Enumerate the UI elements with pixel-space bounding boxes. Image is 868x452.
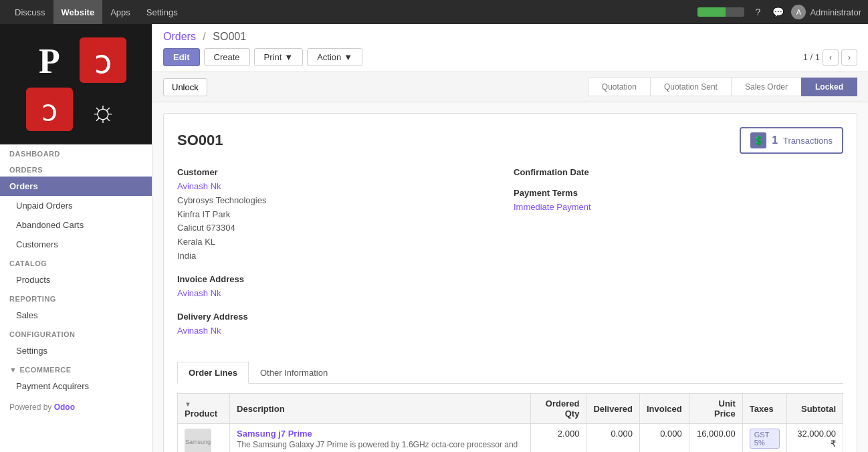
main-header: Orders / SO001 Edit Create Print ▼ Actio… bbox=[152, 24, 868, 72]
sidebar-item-unpaid-orders[interactable]: Unpaid Orders bbox=[0, 196, 152, 215]
section-reporting: Reporting bbox=[0, 290, 152, 306]
sidebar-item-orders[interactable]: Orders bbox=[0, 177, 152, 196]
breadcrumb-sep: / bbox=[203, 31, 205, 42]
delivered-cell: 0.000 bbox=[586, 424, 640, 452]
status-steps: Quotation Quotation Sent Sales Order Loc… bbox=[588, 78, 857, 96]
admin-label: Administrator bbox=[810, 7, 861, 17]
transactions-button[interactable]: 💲 1 Transactions bbox=[740, 127, 843, 154]
step-locked[interactable]: Locked bbox=[801, 78, 857, 96]
subtotal-cell: 32,000.00 ₹ bbox=[786, 424, 843, 452]
transactions-count: 1 bbox=[772, 134, 778, 146]
product-cell: Samsung bbox=[178, 424, 230, 452]
tab-other-information[interactable]: Other Information bbox=[249, 362, 339, 384]
customer-field: Customer Avinash Nk Cybrosys Technologie… bbox=[177, 167, 507, 263]
main-content: Orders / SO001 Edit Create Print ▼ Actio… bbox=[152, 24, 868, 452]
table-header: ▼ Product Description Ordered Qty Delive… bbox=[178, 394, 843, 424]
delivery-address-label: Delivery Address bbox=[177, 312, 507, 322]
print-dropdown-icon: ▼ bbox=[284, 52, 293, 62]
col-delivered: Delivered bbox=[586, 394, 640, 424]
doc-card: SO001 💲 1 Transactions Customer Avinash … bbox=[163, 113, 857, 452]
sidebar: P ↄ ☼ ↄ Dashboard Orders Orders Unpaid O… bbox=[0, 24, 152, 452]
customer-addr1: Kinfra IT Park bbox=[177, 208, 507, 222]
sidebar-item-abandoned-carts[interactable]: Abandoned Carts bbox=[0, 215, 152, 235]
doc-area: SO001 💲 1 Transactions Customer Avinash … bbox=[152, 102, 868, 452]
step-sales-order[interactable]: Sales Order bbox=[731, 78, 801, 96]
customer-label: Customer bbox=[177, 167, 507, 177]
order-table: ▼ Product Description Ordered Qty Delive… bbox=[177, 393, 843, 452]
sidebar-item-products[interactable]: Products bbox=[0, 270, 152, 290]
chat-icon[interactable]: 💬 bbox=[771, 5, 784, 19]
payment-terms-field: Payment Terms Immediate Payment bbox=[514, 188, 843, 215]
customer-name[interactable]: Avinash Nk bbox=[177, 180, 507, 194]
gst-badge: GST 5% bbox=[750, 429, 780, 449]
sidebar-footer: Powered by Odoo bbox=[0, 396, 152, 419]
prev-button[interactable]: ‹ bbox=[823, 49, 839, 66]
invoice-address-label: Invoice Address bbox=[177, 274, 507, 284]
section-catalog: Catalog bbox=[0, 254, 152, 270]
sort-icon: ▼ bbox=[185, 401, 191, 408]
status-bar: Unlock Quotation Quotation Sent Sales Or… bbox=[152, 72, 868, 102]
layout: P ↄ ☼ ↄ Dashboard Orders Orders Unpaid O… bbox=[0, 24, 868, 452]
section-orders: Orders bbox=[0, 160, 152, 177]
invoiced-cell: 0.000 bbox=[639, 424, 689, 452]
product-name[interactable]: Samsung j7 Prime bbox=[237, 429, 524, 439]
edit-button[interactable]: Edit bbox=[163, 48, 200, 66]
customer-addr2: Calicut 673304 bbox=[177, 221, 507, 235]
sidebar-item-payment-acquirers[interactable]: Payment Acquirers bbox=[0, 376, 152, 396]
tab-order-lines[interactable]: Order Lines bbox=[177, 362, 249, 384]
nav-website[interactable]: Website bbox=[53, 0, 103, 24]
confirmation-date-field: Confirmation Date bbox=[514, 167, 843, 177]
info-left: Customer Avinash Nk Cybrosys Technologie… bbox=[177, 167, 507, 348]
svg-text:☼: ☼ bbox=[89, 95, 116, 128]
customer-company: Cybrosys Technologies bbox=[177, 194, 507, 208]
tabs: Order Lines Other Information bbox=[177, 362, 843, 384]
col-product: ▼ Product bbox=[178, 394, 230, 424]
step-quotation-sent[interactable]: Quotation Sent bbox=[650, 78, 731, 96]
section-dashboard: Dashboard bbox=[0, 144, 152, 160]
svg-text:ↄ: ↄ bbox=[94, 44, 112, 80]
section-ecommerce: ▼eCommerce bbox=[0, 360, 152, 376]
breadcrumb-orders[interactable]: Orders bbox=[163, 31, 196, 42]
col-invoiced: Invoiced bbox=[639, 394, 689, 424]
payment-terms-label: Payment Terms bbox=[514, 188, 843, 198]
customer-addr3: Kerala KL bbox=[177, 235, 507, 249]
admin-menu[interactable]: A Administrator bbox=[791, 5, 861, 19]
doc-title: SO001 bbox=[177, 132, 223, 149]
action-button[interactable]: Action ▼ bbox=[307, 48, 362, 66]
product-image-placeholder: Samsung bbox=[185, 429, 211, 452]
col-unit-price: Unit Price bbox=[689, 394, 742, 424]
delivery-address-value[interactable]: Avinash Nk bbox=[177, 324, 507, 338]
create-button[interactable]: Create bbox=[204, 48, 250, 66]
doc-title-row: SO001 💲 1 Transactions bbox=[177, 127, 843, 154]
help-icon[interactable]: ? bbox=[751, 5, 764, 19]
col-taxes: Taxes bbox=[742, 394, 786, 424]
toolbar: Edit Create Print ▼ Action ▼ 1 / 1 ‹ › bbox=[163, 48, 857, 72]
svg-text:P: P bbox=[39, 42, 60, 80]
sidebar-item-sales[interactable]: Sales bbox=[0, 306, 152, 325]
odoo-label: Odoo bbox=[54, 403, 75, 412]
section-configuration: Configuration bbox=[0, 325, 152, 341]
sidebar-item-settings[interactable]: Settings bbox=[0, 341, 152, 360]
col-ordered-qty: Ordered Qty bbox=[531, 394, 586, 424]
progress-fill bbox=[697, 7, 726, 17]
print-button[interactable]: Print ▼ bbox=[254, 48, 304, 66]
next-button[interactable]: › bbox=[841, 49, 857, 66]
top-nav-right: ? 💬 A Administrator bbox=[697, 5, 861, 19]
pagination-text: 1 / 1 bbox=[803, 52, 820, 62]
description-cell: Samsung j7 Prime The Samsung Galaxy J7 P… bbox=[230, 424, 531, 452]
payment-terms-value[interactable]: Immediate Payment bbox=[514, 201, 843, 215]
info-right: Confirmation Date Payment Terms Immediat… bbox=[514, 167, 843, 348]
nav-apps[interactable]: Apps bbox=[102, 0, 138, 24]
nav-settings[interactable]: Settings bbox=[138, 0, 186, 24]
table-row: Samsung Samsung j7 Prime The Samsung Gal… bbox=[178, 424, 843, 452]
invoice-address-value[interactable]: Avinash Nk bbox=[177, 287, 507, 301]
nav-discuss[interactable]: Discuss bbox=[7, 0, 53, 24]
table-body: Samsung Samsung j7 Prime The Samsung Gal… bbox=[178, 424, 843, 452]
action-dropdown-icon: ▼ bbox=[344, 52, 352, 62]
progress-bar bbox=[697, 7, 744, 17]
col-description: Description bbox=[230, 394, 531, 424]
step-quotation[interactable]: Quotation bbox=[588, 78, 650, 96]
ordered-qty-cell: 2.000 bbox=[531, 424, 586, 452]
sidebar-item-customers[interactable]: Customers bbox=[0, 235, 152, 254]
unlock-button[interactable]: Unlock bbox=[163, 78, 207, 96]
